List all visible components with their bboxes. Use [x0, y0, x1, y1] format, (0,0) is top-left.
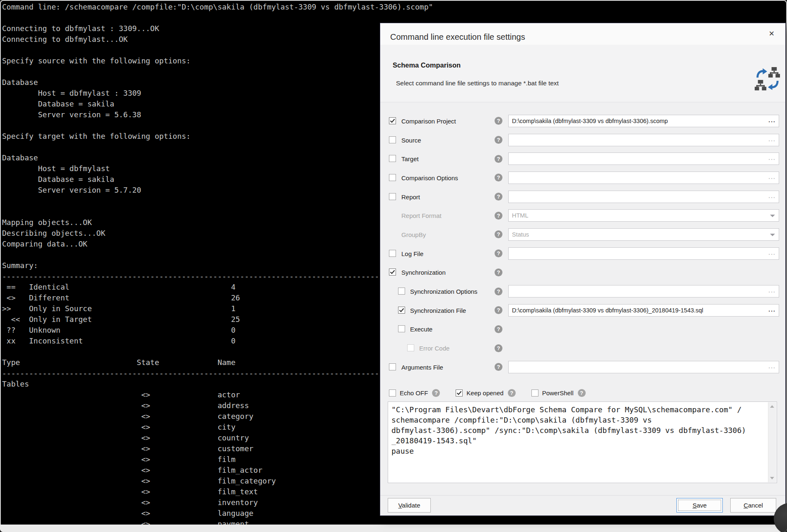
field-target[interactable]: ... — [508, 152, 779, 165]
help-icon[interactable]: ? — [495, 174, 502, 181]
browse-button[interactable]: ... — [768, 191, 776, 201]
help-icon[interactable]: ? — [495, 117, 502, 125]
save-button[interactable]: Save — [676, 498, 723, 513]
row-report-format: Report Format ? HTML — [380, 206, 785, 225]
field-arguments-file[interactable]: ... — [508, 361, 779, 373]
help-icon[interactable]: ? — [495, 136, 502, 144]
settings-row-label: Execute — [410, 326, 432, 333]
field-synchronization-file[interactable]: D:\comp\sakila (dbfmylast-3309 vs dbfmyl… — [508, 304, 779, 317]
bat-option-label: Keep opened — [466, 389, 503, 397]
settings-row-label: Report — [401, 193, 420, 200]
help-icon[interactable]: ? — [495, 268, 502, 276]
dialog-titlebar[interactable]: Command line execution file settings ✕ — [380, 23, 785, 45]
help-icon[interactable]: ? — [495, 249, 502, 257]
checkbox-comparison-options[interactable] — [389, 174, 396, 181]
browse-button[interactable]: ... — [768, 134, 776, 144]
close-icon[interactable]: ✕ — [769, 30, 775, 38]
command-line-settings-dialog: Command line execution file settings ✕ S… — [380, 23, 785, 515]
scroll-down-icon[interactable] — [770, 477, 774, 479]
help-icon[interactable]: ? — [578, 389, 586, 397]
settings-row-label: Arguments File — [401, 363, 443, 370]
checkbox-keep-opened[interactable] — [456, 389, 463, 397]
help-icon[interactable]: ? — [495, 193, 502, 201]
browse-button[interactable]: ... — [768, 115, 776, 125]
settings-row-label: Comparison Project — [401, 117, 456, 124]
dropdown-arrow-icon[interactable] — [770, 215, 775, 217]
bat-file-textarea[interactable]: "C:\Program Files\Devart\dbForge Schema … — [388, 401, 777, 483]
help-icon[interactable]: ? — [495, 344, 502, 352]
checkbox-synchronization[interactable] — [389, 268, 396, 276]
settings-form: Comparison Project ? D:\comp\sakila (dbf… — [380, 111, 785, 377]
checkbox-arguments-file[interactable] — [389, 363, 396, 370]
field-synchronization-options[interactable]: ... — [508, 285, 779, 297]
field-value: D:\comp\sakila (dbfmylast-3309 vs dbfmyl… — [509, 305, 779, 316]
help-icon[interactable]: ? — [495, 230, 502, 238]
checkbox-synchronization-file[interactable] — [398, 307, 405, 314]
checkbox-error-code[interactable] — [407, 344, 414, 351]
row-synchronization: Synchronization ? — [380, 263, 785, 282]
settings-row-label: Synchronization — [401, 269, 446, 276]
field-value: D:\comp\sakila (dbfmylast-3309 vs dbfmyl… — [509, 115, 779, 127]
help-icon[interactable]: ? — [495, 288, 502, 295]
help-icon[interactable]: ? — [495, 363, 502, 371]
row-comparison-options: Comparison Options ? ... — [380, 168, 785, 187]
browse-button[interactable]: ... — [768, 285, 776, 295]
settings-row-label: GroupBy — [401, 231, 426, 238]
dropdown-arrow-icon[interactable] — [770, 234, 775, 236]
settings-row-label: Error Code — [419, 345, 449, 352]
option-echo-off: Echo OFF ? — [389, 389, 440, 397]
window-bottom-edge — [0, 525, 787, 532]
console-output: Command line: /schemacompare /compfile:"… — [2, 2, 433, 530]
checkbox-source[interactable] — [389, 136, 396, 143]
field-comparison-project[interactable]: D:\comp\sakila (dbfmylast-3309 vs dbfmyl… — [508, 115, 779, 127]
field-source[interactable]: ... — [508, 134, 779, 146]
browse-button[interactable]: ... — [768, 248, 776, 258]
settings-row-label: Log File — [401, 250, 423, 257]
checkbox-target[interactable] — [389, 155, 396, 162]
settings-row-label: Comparison Options — [401, 174, 458, 181]
row-source: Source ? ... — [380, 131, 785, 150]
field-report[interactable]: ... — [508, 191, 779, 203]
bat-option-label: Echo OFF — [400, 389, 428, 397]
field-log-file[interactable]: ... — [508, 247, 779, 260]
row-target: Target ? ... — [380, 149, 785, 168]
field-groupby[interactable]: Status — [508, 228, 779, 241]
option-powershell: PowerShell ? — [531, 389, 586, 397]
cancel-button[interactable]: Cancel — [730, 498, 776, 513]
checkbox-powershell[interactable] — [531, 389, 538, 397]
checkbox-report[interactable] — [389, 193, 396, 200]
help-icon[interactable]: ? — [432, 389, 440, 397]
browse-button[interactable]: ... — [768, 172, 776, 182]
field-value: Status — [509, 229, 779, 240]
checkbox-execute[interactable] — [398, 325, 405, 332]
help-icon[interactable]: ? — [495, 325, 502, 333]
row-synchronization-options: Synchronization Options ? ... — [380, 282, 785, 301]
scrollbar[interactable] — [768, 402, 776, 482]
browse-button[interactable]: ... — [768, 305, 776, 314]
dialog-title: Command line execution file settings — [390, 32, 525, 42]
checkbox-synchronization-options[interactable] — [398, 288, 405, 295]
checkbox-log-file[interactable] — [389, 250, 396, 257]
field-comparison-options[interactable]: ... — [508, 172, 779, 184]
row-log-file: Log File ? ... — [380, 244, 785, 263]
row-groupby: GroupBy ? Status — [380, 225, 785, 244]
validate-button[interactable]: Validate — [388, 498, 431, 513]
footer-separator — [380, 495, 785, 496]
checkbox-comparison-project[interactable] — [389, 117, 396, 124]
schema-comparison-icon — [755, 66, 780, 92]
help-icon[interactable]: ? — [495, 155, 502, 163]
scroll-up-icon[interactable] — [770, 405, 774, 408]
bat-options-row: Echo OFF ? Keep opened ? PowerShell ? — [389, 385, 601, 400]
bat-option-label: PowerShell — [542, 389, 574, 397]
field-report-format[interactable]: HTML — [508, 209, 779, 222]
row-synchronization-file: Synchronization File ? D:\comp\sakila (d… — [380, 301, 785, 320]
browse-button[interactable]: ... — [768, 361, 776, 371]
help-icon[interactable]: ? — [508, 389, 516, 397]
help-icon[interactable]: ? — [495, 212, 502, 220]
field-value: HTML — [509, 210, 779, 221]
help-icon[interactable]: ? — [495, 306, 502, 314]
option-keep-opened: Keep opened ? — [456, 389, 515, 397]
checkbox-echo-off[interactable] — [389, 389, 396, 397]
app-window: Command line: /schemacompare /compfile:"… — [0, 0, 787, 532]
browse-button[interactable]: ... — [768, 153, 776, 163]
